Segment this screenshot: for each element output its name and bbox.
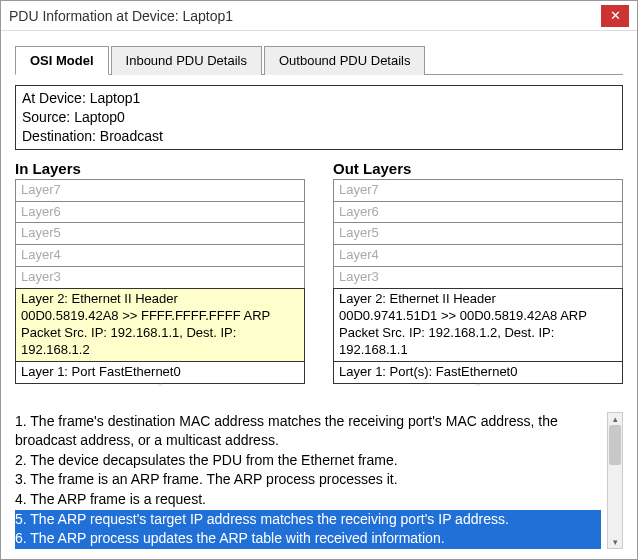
out-layer6[interactable]: Layer6 bbox=[333, 201, 623, 224]
in-layer-scroll-hint: ⌃ bbox=[15, 382, 305, 392]
description-text: 1. The frame's destination MAC address m… bbox=[15, 412, 601, 549]
in-layer7[interactable]: Layer7 bbox=[15, 179, 305, 202]
tab-bar: OSI Model Inbound PDU Details Outbound P… bbox=[15, 45, 623, 75]
titlebar: PDU Information at Device: Laptop1 ✕ bbox=[1, 1, 637, 31]
out-layer3[interactable]: Layer3 bbox=[333, 266, 623, 289]
description-scrollbar[interactable]: ▴ ▾ bbox=[607, 412, 623, 549]
in-layers-title: In Layers bbox=[15, 160, 305, 177]
out-layer2-line3: Packet Src. IP: 192.168.1.2, Dest. IP: bbox=[339, 325, 554, 340]
out-layer4[interactable]: Layer4 bbox=[333, 244, 623, 267]
in-layer1[interactable]: Layer 1: Port FastEthernet0 bbox=[15, 361, 305, 384]
device-info-box: At Device: Laptop1 Source: Laptop0 Desti… bbox=[15, 85, 623, 150]
out-layers-column: Out Layers Layer7 Layer6 Layer5 Layer4 L… bbox=[333, 160, 623, 392]
tab-inbound-pdu[interactable]: Inbound PDU Details bbox=[111, 46, 262, 75]
in-layer4[interactable]: Layer4 bbox=[15, 244, 305, 267]
out-layer2-line1: Layer 2: Ethernet II Header bbox=[339, 291, 496, 306]
in-layer2[interactable]: Layer 2: Ethernet II Header 00D0.5819.42… bbox=[15, 288, 305, 362]
out-layer1[interactable]: Layer 1: Port(s): FastEthernet0 bbox=[333, 361, 623, 384]
scroll-up-icon[interactable]: ▴ bbox=[608, 413, 622, 425]
desc-line-5: 5. The ARP request's target IP address m… bbox=[15, 510, 601, 530]
desc-line-1: 1. The frame's destination MAC address m… bbox=[15, 412, 601, 451]
close-button[interactable]: ✕ bbox=[601, 5, 629, 27]
in-layer3[interactable]: Layer3 bbox=[15, 266, 305, 289]
out-layer2[interactable]: Layer 2: Ethernet II Header 00D0.9741.51… bbox=[333, 288, 623, 362]
out-layer2-line4: 192.168.1.1 bbox=[339, 342, 408, 357]
close-icon: ✕ bbox=[610, 8, 621, 23]
desc-line-2: 2. The device decapsulates the PDU from … bbox=[15, 451, 601, 471]
desc-line-3: 3. The frame is an ARP frame. The ARP pr… bbox=[15, 470, 601, 490]
info-source: Source: Laptop0 bbox=[22, 108, 616, 127]
scroll-down-icon[interactable]: ▾ bbox=[608, 536, 622, 548]
tab-osi-model[interactable]: OSI Model bbox=[15, 46, 109, 75]
out-layer2-line2: 00D0.9741.51D1 >> 00D0.5819.42A8 ARP bbox=[339, 308, 587, 323]
window-title: PDU Information at Device: Laptop1 bbox=[9, 8, 601, 24]
desc-line-4: 4. The ARP frame is a request. bbox=[15, 490, 601, 510]
out-layer5[interactable]: Layer5 bbox=[333, 222, 623, 245]
info-destination: Destination: Broadcast bbox=[22, 127, 616, 146]
in-layer6[interactable]: Layer6 bbox=[15, 201, 305, 224]
out-layer7[interactable]: Layer7 bbox=[333, 179, 623, 202]
in-layer2-line3: Packet Src. IP: 192.168.1.1, Dest. IP: bbox=[21, 325, 236, 340]
content-area: OSI Model Inbound PDU Details Outbound P… bbox=[1, 31, 637, 560]
desc-line-6: 6. The ARP process updates the ARP table… bbox=[15, 529, 601, 549]
layers-row: In Layers Layer7 Layer6 Layer5 Layer4 La… bbox=[15, 160, 623, 392]
tab-outbound-pdu[interactable]: Outbound PDU Details bbox=[264, 46, 426, 75]
out-layer-scroll-hint: ⌃ bbox=[333, 382, 623, 392]
in-layer2-line1: Layer 2: Ethernet II Header bbox=[21, 291, 178, 306]
description-area: 1. The frame's destination MAC address m… bbox=[15, 412, 623, 549]
in-layer2-line4: 192.168.1.2 bbox=[21, 342, 90, 357]
out-layers-title: Out Layers bbox=[333, 160, 623, 177]
scroll-thumb[interactable] bbox=[609, 425, 621, 465]
info-device: At Device: Laptop1 bbox=[22, 89, 616, 108]
pdu-info-window: PDU Information at Device: Laptop1 ✕ OSI… bbox=[0, 0, 638, 560]
in-layer2-line2: 00D0.5819.42A8 >> FFFF.FFFF.FFFF ARP bbox=[21, 308, 270, 323]
in-layers-column: In Layers Layer7 Layer6 Layer5 Layer4 La… bbox=[15, 160, 305, 392]
in-layer5[interactable]: Layer5 bbox=[15, 222, 305, 245]
